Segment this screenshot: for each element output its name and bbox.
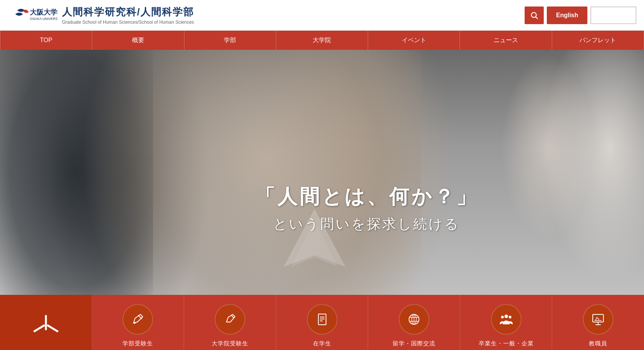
nav-item-news[interactable]: ニュース [460,31,552,50]
icon-item-daigakuin-jukensei[interactable]: 大学院受験生 [184,295,276,350]
people-icon [499,312,514,327]
header-right: English [525,7,636,24]
icon-label-ryugaku: 留学・国際交流 [393,340,435,347]
brand-mark-icon [31,312,61,339]
icon-circle-people [491,304,522,335]
nav-item-event[interactable]: イベント [368,31,460,50]
icon-bar: 学部受験生 大学院受験生 在学生 [0,295,644,350]
hero-watermark [276,205,353,276]
nav-item-gaiyou[interactable]: 概要 [92,31,184,50]
hero-section: 「人間とは、何か？」 という問いを探求し続ける [0,50,644,295]
figure-center [77,50,421,295]
search-input[interactable] [590,7,636,24]
nav-item-top[interactable]: TOP [0,31,92,50]
icon-circle-document [307,304,337,335]
svg-text:大阪大学: 大阪大学 [29,8,57,16]
pencil2-icon [223,312,237,327]
icon-label-sotsugyosei: 卒業生・一般・企業 [479,340,534,347]
nav-item-pamphlet[interactable]: パンフレット [552,31,644,50]
pencil-icon [130,312,145,327]
svg-point-23 [501,316,504,318]
icon-circle-globe [399,304,429,335]
english-button[interactable]: English [547,7,587,24]
icon-label-daigakuin: 大学院受験生 [212,340,248,347]
osaka-logo-svg: 大阪大学 OSAKA UNIVERSITY [8,5,57,26]
header: 大阪大学 OSAKA UNIVERSITY 人間科学研究科/人間科学部 Grad… [0,0,644,31]
icon-item-sotsugyosei[interactable]: 卒業生・一般・企業 [460,295,553,350]
nav-bar: TOP 概要 学部 大学院 イベント ニュース パンフレット [0,31,644,50]
svg-text:OSAKA UNIVERSITY: OSAKA UNIVERSITY [30,17,57,21]
icon-item-gakubu-jukensei[interactable]: 学部受験生 [92,295,184,350]
document-icon [315,312,329,327]
site-title: 人間科学研究科/人間科学部 Graduate School of Human S… [62,5,194,25]
icon-label-kyoshokuin: 教職員 [589,340,607,347]
search-button[interactable] [525,7,544,24]
logo-area: 大阪大学 OSAKA UNIVERSITY 人間科学研究科/人間科学部 Grad… [8,5,194,26]
icon-item-zaigakusei[interactable]: 在学生 [276,295,368,350]
title-main: 人間科学研究科/人間科学部 [62,5,194,19]
globe-icon [407,312,421,327]
icon-circle-screen [583,304,613,335]
svg-point-24 [509,316,511,318]
svg-line-7 [34,325,44,331]
search-icon [530,11,538,20]
svg-point-22 [504,314,508,318]
nav-item-gakubu[interactable]: 学部 [184,31,276,50]
university-logo: 大阪大学 OSAKA UNIVERSITY [8,5,57,26]
title-sub: Graduate School of Human Sciences/School… [62,20,194,25]
svg-point-2 [532,12,536,17]
nav-item-daigakuin[interactable]: 大学院 [276,31,368,50]
svg-line-8 [48,325,57,331]
icon-circle-pencil [122,304,153,335]
icon-label-zaigakusei: 在学生 [313,340,331,347]
icon-item-kyoshokuin[interactable]: 教職員 [552,295,644,350]
icon-circle-pencil2 [215,304,245,335]
icon-item-brand [0,295,92,350]
icon-label-gakubu: 学部受験生 [122,340,153,347]
figure-right [529,50,644,295]
icon-item-ryugaku[interactable]: 留学・国際交流 [368,295,460,350]
watermark-svg [276,205,353,274]
svg-line-3 [536,17,538,19]
screen-icon [591,312,605,327]
